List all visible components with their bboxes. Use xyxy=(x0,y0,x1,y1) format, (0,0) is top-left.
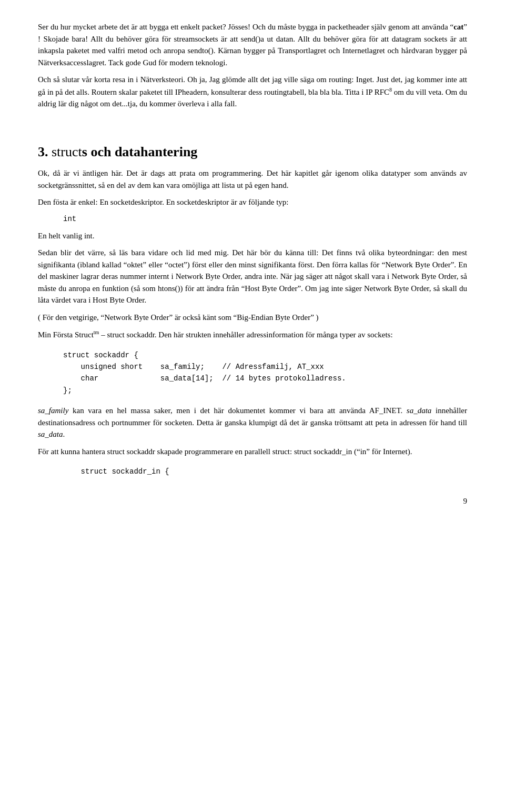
section-heading-bold: s och datahantering xyxy=(82,144,198,159)
sa-data-italic: sa_data xyxy=(407,406,432,415)
section-heading-struct: struct xyxy=(52,144,82,159)
section3-p3: En helt vanlig int. xyxy=(38,230,467,242)
paragraph-2: Och så slutar vår korta resa in i Nätver… xyxy=(38,74,467,110)
page-content: Ser du hur mycket arbete det är att bygg… xyxy=(0,0,505,517)
page-number: 9 xyxy=(463,495,468,507)
section-3-heading: 3. structs och datahantering xyxy=(38,142,467,162)
sa-family-italic: sa_family xyxy=(38,406,68,415)
section3-p7: sa_family kan vara en hel massa saker, m… xyxy=(38,405,467,440)
section3-p8: För att kunna hantera struct sockaddr sk… xyxy=(38,446,467,458)
section3-p2: Den fösta är enkel: En socketdeskriptor.… xyxy=(38,196,467,208)
code-block-sockaddr-in: struct sockaddr_in { xyxy=(63,466,467,477)
code-block-sockaddr: struct sockaddr { unsigned short sa_fami… xyxy=(63,349,467,397)
sa-data2-italic: sa_data xyxy=(38,430,63,438)
paragraph-1: Ser du hur mycket arbete det är att bygg… xyxy=(38,21,467,68)
section3-p6: Min Första Structtm – struct sockaddr. D… xyxy=(38,328,467,341)
section3-p4: Sedan blir det värre, så läs bara vidare… xyxy=(38,247,467,306)
section3-p1: Ok, då är vi äntligen här. Det är dags a… xyxy=(38,167,467,191)
code-int: int xyxy=(63,214,467,225)
section3-p5: ( För den vetgirige, “Network Byte Order… xyxy=(38,312,467,324)
